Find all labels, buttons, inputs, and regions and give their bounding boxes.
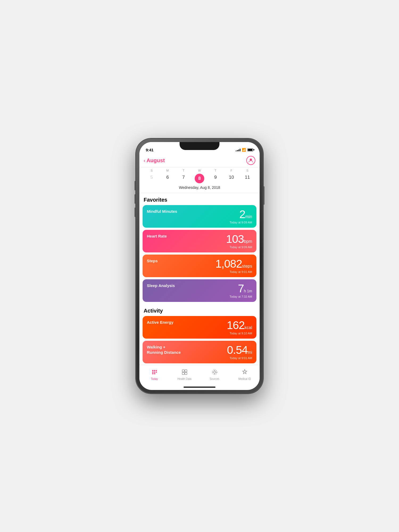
cal-header-t2: T [207,169,223,172]
cal-header-m: M [160,169,176,172]
screen-content[interactable]: ‹ August S M T [139,154,260,365]
tab-today[interactable]: Today [139,365,169,382]
steps-card[interactable]: Steps 1,082 steps Today at 9:01 AM [143,255,256,277]
battery-icon [247,148,253,151]
favorites-section-label: Favorites [139,193,260,205]
today-tab-label: Today [151,377,158,380]
heart-rate-number: 103 [226,234,244,245]
active-energy-unit: kcal [245,325,252,330]
sources-tab-label: Sources [210,377,219,380]
svg-rect-8 [156,372,157,373]
phone-frame: 9:41 📶 [136,138,263,394]
heart-rate-unit: bpm [244,239,252,244]
walking-running-unit: mi [248,350,252,355]
medical-id-tab-label: Medical ID [238,377,251,380]
mindful-minutes-title: Mindful Minutes [147,209,177,214]
person-icon [248,158,253,163]
cal-header-f: F [223,169,239,172]
notch [180,142,219,150]
phone-screen: 9:41 📶 [139,142,260,390]
steps-value: 1,082 steps Today at 9:01 AM [215,258,252,273]
cal-header-s1: S [144,169,160,172]
health-data-tab-icon [181,369,188,376]
active-energy-number: 162 [227,320,244,331]
steps-number: 1,082 [215,258,242,269]
calendar-days-header: S M T W T F S [144,169,255,172]
sleep-analysis-title: Sleep Analysis [147,283,175,288]
cal-header-t1: T [176,169,192,172]
tab-bar: Today Health Data [139,365,260,386]
cal-day-8[interactable]: 8 [195,174,204,183]
svg-rect-12 [185,372,187,375]
cal-header-s2: S [239,169,255,172]
mindful-minutes-value: 2 min Today at 9:09 AM [230,209,252,224]
svg-rect-11 [182,372,184,375]
walking-running-number: 0.54 [227,344,248,356]
walking-running-title: Walking + Running Distance [147,344,181,355]
svg-rect-3 [152,372,153,373]
header-month: August [147,157,165,164]
profile-button[interactable] [246,156,255,165]
activity-section-label: Activity [139,304,260,316]
active-energy-value: 162 kcal Today at 9:10 AM [227,320,252,335]
active-energy-card[interactable]: Active Energy 162 kcal Today at 9:10 AM [143,316,256,339]
svg-point-13 [214,371,216,373]
status-icons: 📶 [236,148,253,152]
sleep-analysis-card[interactable]: Sleep Analysis 7 h 1m Today at 7:32 AM [143,279,256,302]
active-energy-title: Active Energy [147,320,173,325]
wifi-icon: 📶 [242,148,246,152]
health-data-tab-label: Health Data [177,377,192,380]
mindful-minutes-time: Today at 9:09 AM [230,221,252,224]
cal-day-11[interactable]: 11 [239,174,255,183]
cal-day-10[interactable]: 10 [223,174,239,183]
calendar: S M T W T F S 5 6 7 8 9 10 [139,167,260,193]
mindful-minutes-unit: min [245,214,252,219]
phone-wrapper: 9:41 📶 [136,138,263,394]
status-time: 9:41 [146,148,153,152]
svg-rect-10 [185,370,187,372]
walking-running-card[interactable]: Walking + Running Distance 0.54 mi Today… [143,341,256,363]
today-tab-icon [151,369,158,376]
back-button[interactable]: ‹ August [144,157,165,164]
cal-day-6[interactable]: 6 [160,174,176,183]
svg-point-0 [250,159,252,161]
heart-rate-value: 103 bpm Today at 9:09 AM [226,234,252,249]
cal-header-w: W [192,169,207,172]
svg-rect-2 [154,370,155,371]
back-chevron-icon: ‹ [144,158,146,163]
calendar-date-label: Wednesday, Aug 8, 2018 [144,185,255,190]
svg-rect-5 [152,373,153,374]
sleep-analysis-number: 7 [238,283,244,294]
cal-day-7[interactable]: 7 [176,174,192,183]
steps-title: Steps [147,258,158,264]
medical-id-tab-icon [242,369,248,376]
tab-health-data[interactable]: Health Data [169,365,200,382]
home-indicator [184,386,215,388]
svg-rect-7 [156,370,157,371]
calendar-days: 5 6 7 8 9 10 11 [144,174,255,183]
signal-icon [236,148,240,151]
cal-day-5[interactable]: 5 [144,174,160,183]
sleep-analysis-time: Today at 7:32 AM [230,295,252,298]
heart-rate-card[interactable]: Heart Rate 103 bpm Today at 9:09 AM [143,230,256,252]
header: ‹ August [139,154,260,167]
active-energy-time: Today at 9:10 AM [227,332,252,335]
sleep-analysis-value: 7 h 1m Today at 7:32 AM [230,283,252,298]
walking-running-value: 0.54 mi Today at 9:01 AM [227,344,252,360]
steps-time: Today at 9:01 AM [215,270,252,273]
svg-rect-1 [152,370,153,371]
svg-rect-4 [154,372,155,373]
tab-medical-id[interactable]: Medical ID [230,365,260,382]
svg-rect-6 [154,373,155,374]
sleep-analysis-unit: h 1m [244,289,252,293]
walking-running-time: Today at 9:01 AM [227,356,252,360]
tab-sources[interactable]: Sources [200,365,230,382]
heart-rate-title: Heart Rate [147,234,167,239]
steps-unit: steps [242,264,252,269]
heart-rate-time: Today at 9:09 AM [226,246,252,249]
svg-rect-9 [182,370,184,372]
cal-day-9[interactable]: 9 [207,174,223,183]
mindful-minutes-number: 2 [239,209,245,220]
mindful-minutes-card[interactable]: Mindful Minutes 2 min Today at 9:09 AM [143,205,256,228]
sources-tab-icon [211,369,218,376]
